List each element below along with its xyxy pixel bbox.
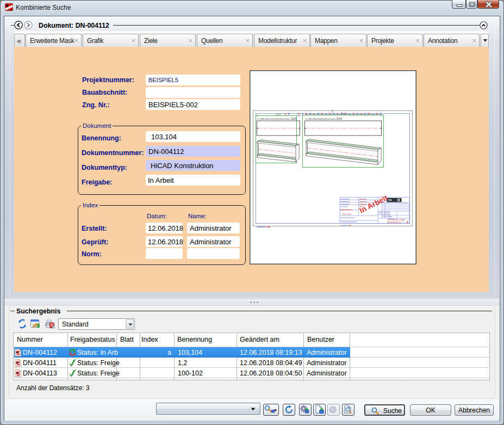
svg-text:'103,'104: '103,'104	[341, 213, 351, 215]
svg-text:Datum Name: Datum Name	[383, 215, 393, 218]
svg-text:BEISPIEL5-002: BEISPIEL5-002	[388, 221, 401, 224]
svg-text:3: 3	[407, 220, 408, 224]
svg-text:BEISPIEL5: BEISPIEL5	[341, 208, 353, 211]
svg-text:Zeichnung und Tiefbau: Zeichnung und Tiefbau	[388, 219, 406, 221]
svg-text:1 x HE-400x2000x250x5,5mm 104: 1 x HE-400x2000x250x5,5mm 104	[305, 116, 342, 120]
svg-text:1753: 1753	[276, 113, 281, 116]
svg-text:3500: 3500	[341, 112, 346, 115]
svg-text:1 x HE-400x100x150x10x5,5mm 10: 1 x HE-400x100x150x10x5,5mm 103	[257, 116, 297, 120]
